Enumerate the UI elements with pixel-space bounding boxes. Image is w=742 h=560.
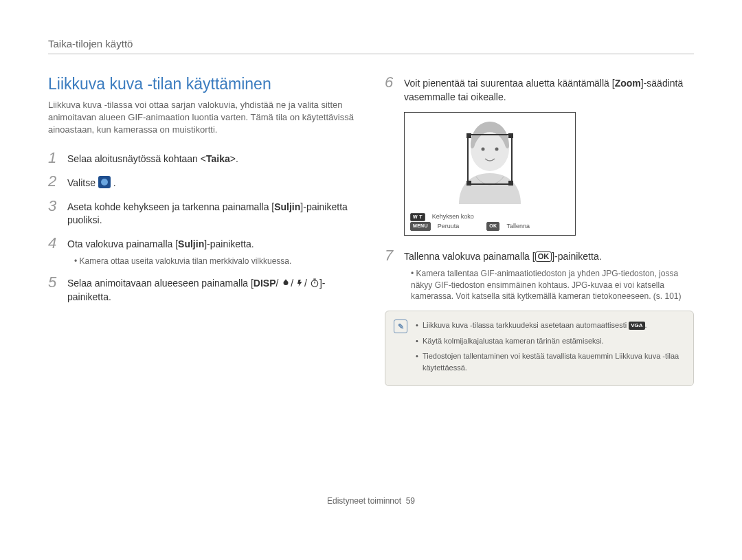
info-icon: ✎ — [394, 320, 407, 333]
resize-handle — [466, 133, 471, 138]
step-number: 2 — [48, 174, 60, 190]
timer-icon — [310, 278, 319, 288]
intro-paragraph: Liikkuva kuva -tilassa voi ottaa sarjan … — [48, 99, 357, 137]
step-number: 3 — [48, 199, 60, 227]
frame-size-label: Kehyksen koko — [432, 212, 474, 222]
step-text: Ota valokuva painamalla [ — [67, 238, 178, 249]
note-item: Liikkuva kuva -tilassa tarkkuudeksi aset… — [416, 320, 684, 331]
step-bold: Suljin — [274, 201, 300, 212]
step-6: 6 Voit pienentää tai suurentaa aluetta k… — [385, 75, 694, 104]
step-number: 4 — [48, 236, 60, 267]
step-3: 3 Aseta kohde kehykseen ja tarkenna pain… — [48, 199, 357, 227]
flash-icon — [296, 278, 304, 288]
left-column: Liikkuva kuva -tilan käyttäminen Liikkuv… — [48, 75, 357, 386]
resize-handle — [508, 133, 513, 138]
resize-handle — [466, 181, 471, 186]
slash: / — [291, 278, 293, 289]
step-7: 7 Tallenna valokuva painamalla [OK]-pain… — [385, 248, 694, 302]
note-text: . — [645, 321, 647, 329]
menu-badge: MENU — [410, 222, 431, 231]
step-body: Valitse . — [67, 174, 357, 190]
info-note-box: ✎ Liikkuva kuva -tilassa tarkkuudeksi as… — [385, 311, 694, 386]
step-2: 2 Valitse . — [48, 174, 357, 190]
step-text: >. — [230, 153, 238, 164]
resize-handle — [508, 181, 513, 186]
step-text: ]-painiketta. — [204, 238, 254, 249]
step-note: Kamera ottaa useita valokuvia tilan merk… — [74, 256, 357, 267]
camera-screen-illustration: W T Kehyksen koko MENU Peruuta OK Tallen… — [404, 112, 576, 236]
step-text: Tallenna valokuva painamalla [ — [404, 251, 535, 262]
step-body: Voit pienentää tai suurentaa aluetta kää… — [404, 75, 694, 104]
page-footer: Edistyneet toiminnot 59 — [48, 496, 694, 506]
step-body: Ota valokuva painamalla [Suljin]-painike… — [67, 236, 357, 267]
step-body: Aseta kohde kehykseen ja tarkenna painam… — [67, 199, 357, 227]
note-text: Liikkuva kuva -tilassa tarkkuudeksi aset… — [423, 321, 629, 329]
step-text: ]-painiketta. — [552, 251, 601, 262]
step-body: Selaa animoitavaan alueeseen painamalla … — [67, 275, 357, 304]
step-number: 6 — [385, 75, 397, 104]
step-5: 5 Selaa animoitavaan alueeseen painamall… — [48, 275, 357, 304]
macro-icon — [281, 278, 291, 288]
header-breadcrumb: Taika-tilojen käyttö — [48, 38, 694, 54]
step-body: Tallenna valokuva painamalla [OK]-painik… — [404, 248, 694, 302]
step-number: 1 — [48, 150, 60, 166]
ok-button-icon: OK — [535, 251, 552, 262]
manual-page: Taika-tilojen käyttö Liikkuva kuva -tila… — [0, 0, 742, 519]
section-title: Liikkuva kuva -tilan käyttäminen — [48, 75, 357, 93]
step-text: Aseta kohde kehykseen ja tarkenna painam… — [67, 201, 274, 212]
vga-badge: VGA — [629, 322, 644, 330]
two-column-layout: Liikkuva kuva -tilan käyttäminen Liikkuv… — [48, 75, 694, 386]
selection-box — [467, 134, 513, 185]
step-number: 5 — [48, 275, 60, 304]
wt-badge: W T — [410, 213, 425, 222]
step-bold: Suljin — [178, 238, 204, 249]
slash: / — [304, 278, 307, 289]
footer-section: Edistyneet toiminnot — [327, 496, 401, 506]
step-note: Kamera tallentaa GIF-animaatiotiedoston … — [411, 268, 694, 302]
step-4: 4 Ota valokuva painamalla [Suljin]-paini… — [48, 236, 357, 267]
save-label: Tallenna — [506, 222, 530, 232]
step-text: Voit pienentää tai suurentaa aluetta kää… — [404, 78, 615, 89]
note-item: Käytä kolmijalkajalustaa kameran tärinän… — [416, 335, 684, 347]
step-bold: Zoom — [615, 78, 641, 89]
step-text-end: . — [113, 177, 116, 188]
step-text: Selaa animoitavaan alueeseen painamalla … — [67, 278, 254, 289]
step-text: Valitse — [67, 177, 98, 188]
cancel-label: Peruuta — [438, 222, 460, 232]
disp-button-label: DISP — [254, 278, 276, 289]
screen-footer: W T Kehyksen koko MENU Peruuta OK Tallen… — [410, 212, 570, 231]
step-text: Selaa aloitusnäytössä kohtaan < — [67, 153, 206, 164]
ok-badge: OK — [486, 222, 499, 231]
slash: / — [276, 278, 279, 289]
page-number: 59 — [406, 496, 415, 506]
step-1: 1 Selaa aloitusnäytössä kohtaan <Taika>. — [48, 150, 357, 166]
step-body: Selaa aloitusnäytössä kohtaan <Taika>. — [67, 150, 357, 166]
note-item: Tiedostojen tallentaminen voi kestää tav… — [416, 350, 684, 373]
step-bold: Taika — [206, 153, 230, 164]
step-number: 7 — [385, 248, 397, 302]
mode-icon — [98, 176, 111, 188]
right-column: 6 Voit pienentää tai suurentaa aluetta k… — [385, 75, 694, 386]
